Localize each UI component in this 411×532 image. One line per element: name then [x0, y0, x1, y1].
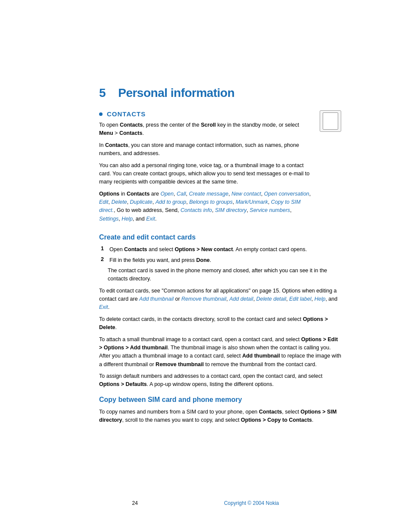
delete-detail-link[interactable]: Delete detail — [256, 296, 286, 302]
exit-link-1[interactable]: Exit — [99, 304, 108, 310]
option-new-contact[interactable]: New contact — [231, 191, 261, 197]
option-call[interactable]: Call — [177, 191, 186, 197]
step-1-content: Open Contacts and select Options > New c… — [109, 246, 342, 254]
page: 5 Personal information CONTACTS To open … — [0, 0, 411, 532]
edit-para2: To delete contact cards, in the contacts… — [99, 315, 342, 332]
step-2-number: 2 — [101, 256, 109, 264]
options-edit-add-bold: Options > Edit > Options > Add thumbnail — [99, 336, 338, 351]
remove-thumbnail-link[interactable]: Remove thumbnail — [181, 296, 226, 302]
option-send: Send — [165, 207, 177, 213]
option-create-message[interactable]: Create message — [189, 191, 228, 197]
copy-to-contacts-bold: Options > Copy to Contacts — [241, 417, 312, 423]
contacts-svg-icon — [322, 112, 339, 130]
option-go-web: Go to web address — [117, 207, 162, 213]
option-help[interactable]: Help — [121, 216, 133, 222]
contacts-bold-4: Contacts — [127, 191, 149, 197]
option-edit[interactable]: Edit — [99, 199, 109, 205]
footer: 24 Copyright © 2004 Nokia — [0, 500, 411, 506]
help-link-1[interactable]: Help — [314, 296, 326, 302]
option-mark-unmark[interactable]: Mark/Unmark — [236, 199, 268, 205]
copy-section-title: Copy between SIM card and phone memory — [99, 396, 342, 404]
edit-para1: To edit contact cards, see "Common actio… — [99, 287, 342, 312]
options-label: Options — [99, 191, 119, 197]
contacts-heading: CONTACTS — [99, 110, 313, 118]
options-delete-bold: Options > Delete — [99, 316, 328, 330]
step-2: 2 Fill in the fields you want, and press… — [99, 256, 342, 264]
option-delete[interactable]: Delete — [112, 199, 127, 205]
contacts-bold-1: Contacts — [120, 122, 143, 128]
contacts-icon-box — [320, 110, 341, 132]
contacts-title: CONTACTS — [107, 110, 146, 118]
add-thumbnail-bold: Add thumbnail — [242, 353, 280, 359]
options-defaults-bold: Options > Defaults — [99, 381, 147, 387]
step1-options-bold: Options > New contact — [174, 246, 233, 252]
option-duplicate[interactable]: Duplicate — [130, 199, 153, 205]
scroll-bold: Scroll — [201, 122, 216, 128]
svg-point-2 — [323, 120, 325, 122]
contacts-bold-3: Contacts — [105, 142, 128, 148]
remove-thumbnail-bold: Remove thumbnail — [156, 361, 204, 367]
svg-point-3 — [323, 124, 325, 127]
edit-para3: To attach a small thumbnail image to a c… — [99, 336, 342, 369]
contacts-intro3: You can also add a personal ringing tone… — [99, 162, 313, 187]
page-number: 24 — [132, 500, 138, 506]
copy-para1: To copy names and numbers from a SIM car… — [99, 408, 342, 425]
contacts-intro1: To open Contacts, press the center of th… — [99, 121, 313, 138]
svg-line-7 — [330, 124, 331, 126]
contacts-section: CONTACTS To open Contacts, press the cen… — [99, 110, 342, 227]
chapter-title: 5 Personal information — [99, 86, 342, 100]
svg-point-1 — [323, 116, 325, 118]
option-open[interactable]: Open — [160, 191, 174, 197]
edit-para4: To assign default numbers and addresses … — [99, 372, 342, 389]
footer-copyright: Copyright © 2004 Nokia — [224, 500, 279, 506]
option-sim-directory[interactable]: SIM directory — [215, 207, 247, 213]
create-edit-title: Create and edit contact cards — [99, 233, 342, 241]
contacts-icon — [320, 110, 342, 133]
option-add-to-group[interactable]: Add to group — [156, 199, 187, 205]
option-exit[interactable]: Exit — [146, 216, 155, 222]
contacts-bold-2: Contacts — [119, 130, 142, 136]
add-detail-link[interactable]: Add detail — [229, 296, 253, 302]
option-settings[interactable]: Settings — [99, 216, 118, 222]
step-2-note: The contact card is saved in the phone m… — [108, 267, 342, 283]
add-thumbnail-link[interactable]: Add thumbnail — [139, 296, 174, 302]
option-open-conversation[interactable]: Open conversation — [264, 191, 309, 197]
option-belongs-to-groups[interactable]: Belongs to groups — [189, 199, 233, 205]
bullet-dot — [99, 112, 103, 116]
contacts-intro2: In Contacts, you can store and manage co… — [99, 141, 313, 158]
chapter-title-text: Personal information — [118, 86, 234, 100]
step1-contacts-bold: Contacts — [124, 246, 147, 252]
option-service-numbers[interactable]: Service numbers — [250, 207, 290, 213]
step-1-number: 1 — [101, 246, 109, 254]
copy-contacts-bold: Contacts — [259, 409, 282, 415]
menu-bold: Menu — [99, 130, 113, 136]
contacts-options: Options in Contacts are Open, Call, Crea… — [99, 190, 313, 224]
step-2-content: Fill in the fields you want, and press D… — [109, 256, 342, 264]
contacts-header-area: CONTACTS To open Contacts, press the cen… — [99, 110, 313, 227]
chapter-number: 5 — [99, 86, 106, 100]
svg-rect-0 — [324, 113, 336, 129]
option-contacts-info[interactable]: Contacts info — [181, 207, 212, 213]
edit-label-link[interactable]: Edit label — [289, 296, 311, 302]
step-1: 1 Open Contacts and select Options > New… — [99, 246, 342, 254]
step2-done-bold: Done — [196, 257, 210, 263]
